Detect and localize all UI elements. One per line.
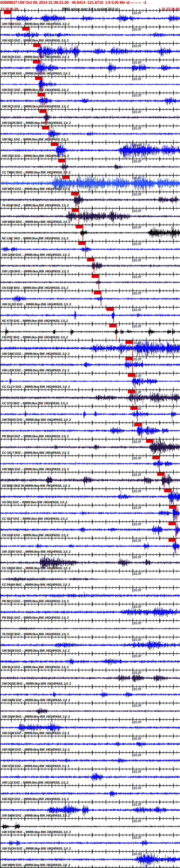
pick-flag[interactable]: xT 4 — [106, 308, 114, 311]
pick-flag[interactable]: xT 4 — [78, 242, 85, 245]
pick-flag[interactable]: xT 4 — [33, 44, 41, 47]
pick-flag[interactable]: xT 4 — [72, 209, 79, 212]
pick-flag[interactable]: xT 4 — [125, 341, 133, 344]
pick-flag[interactable]: xT 4 — [125, 357, 133, 360]
pick-flag[interactable]: xT 4 — [169, 505, 176, 509]
pick-flag[interactable]: xT 4 — [42, 126, 49, 129]
pick-flag[interactable]: xT 4 — [71, 192, 78, 195]
pick-flag[interactable]: xT 4 — [128, 390, 135, 393]
pick-flag[interactable]: xT 4 — [169, 522, 176, 525]
pick-flag[interactable]: xT 4 — [39, 110, 47, 113]
waveform-canvas[interactable] — [0, 0, 180, 868]
pick-flag[interactable]: xT 4 — [35, 77, 42, 80]
pick-flag[interactable]: xT 4 — [157, 472, 165, 476]
pick-flag[interactable]: xT 4 — [76, 225, 83, 228]
pick-flag[interactable]: xT 4 — [51, 143, 58, 146]
pick-flag[interactable]: xT 4 — [146, 439, 153, 443]
pick-flag[interactable]: xT 4 — [38, 93, 45, 96]
pick-flag[interactable]: xT 4 — [152, 456, 160, 459]
pick-flag[interactable]: xT 4 — [22, 27, 30, 31]
pick-flag[interactable]: xT 4 — [92, 275, 99, 278]
trace-gather-area: UW FMW EHZ -- 99999.0km BW .HIGHPASS. 2.… — [0, 0, 180, 868]
pick-flag[interactable]: xT 4 — [58, 159, 66, 162]
pick-flag[interactable]: xT 4 — [62, 176, 70, 179]
pick-flag[interactable]: xT 4 — [109, 324, 117, 328]
pick-flag[interactable]: xT 4 — [128, 374, 135, 377]
pick-flag[interactable]: xT 4 — [130, 406, 138, 410]
pick-flag[interactable]: xT 4 — [4, 11, 11, 14]
seismic-analysis-window: 60889837 UW Oct 09, 2014 21:36:21.00 46.… — [0, 0, 180, 868]
pick-flag[interactable]: xT 4 — [135, 423, 142, 426]
pick-flag[interactable]: xT 4 — [164, 489, 172, 492]
pick-flag[interactable]: xT 4 — [94, 291, 101, 294]
pick-flag[interactable]: xT 4 — [33, 60, 40, 63]
pick-flag[interactable]: xT 4 — [169, 538, 176, 542]
pick-flag[interactable]: xT 4 — [87, 258, 95, 261]
